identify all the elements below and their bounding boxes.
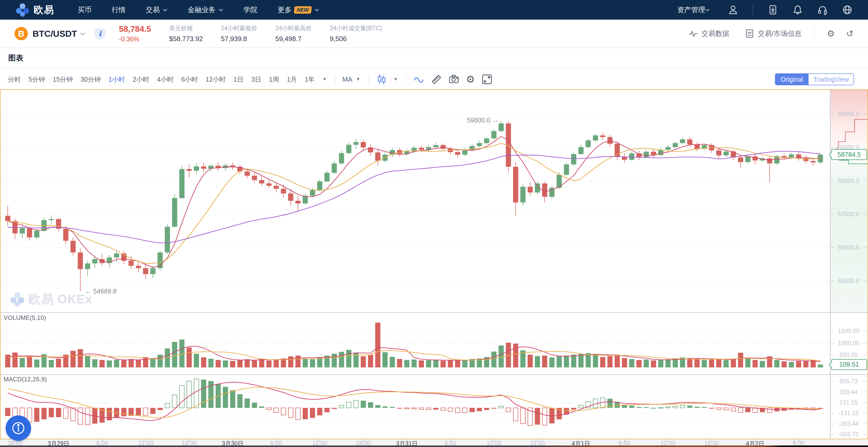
stat-value: 59,498.7 (275, 35, 312, 43)
ma-caret[interactable]: ▼ (356, 77, 360, 82)
nav-item[interactable]: 更多NEW (278, 5, 319, 14)
timeframe-30分钟[interactable]: 30分钟 (81, 75, 101, 84)
timeframe-1小时[interactable]: 1小时 (108, 75, 125, 84)
candlestick-chart-canvas[interactable] (1, 90, 867, 439)
page-title: 图表 (8, 53, 23, 63)
nav-item-label: 买币 (78, 5, 92, 14)
expand-icon[interactable] (482, 74, 492, 85)
bell-icon[interactable] (793, 5, 803, 15)
timeframe-分时[interactable]: 分时 (8, 75, 21, 84)
chart-toolbar: 分时5分钟15分钟30分钟1小时2小时4小时6小时12小时1日3日1周1月1年 … (0, 69, 868, 89)
candlestick-icon[interactable] (376, 74, 387, 85)
timeframe-1日[interactable]: 1日 (234, 75, 244, 84)
ticker-stat: 24小时成交量(BTC)9,506 (330, 24, 382, 43)
stat-value: 57,939.8 (221, 35, 257, 43)
gear-icon[interactable]: ⚙ (827, 28, 835, 39)
time-axis[interactable]: 18:003月29日6:0012:0018:003月30日6:0012:0018… (0, 439, 868, 445)
price-block: 58,784.5 -0.36% (119, 24, 151, 43)
stat-value: $58,773.92 (169, 35, 203, 43)
last-price: 58,784.5 (119, 24, 151, 34)
nav-right: 资产管理 (677, 4, 852, 15)
divider (406, 75, 407, 83)
stat-label: 24小时最低价 (221, 24, 257, 32)
camera-icon[interactable] (448, 74, 459, 85)
price-change: -0.36% (119, 35, 151, 43)
ticker-stat: 24小时最低价57,939.8 (221, 24, 257, 43)
toggle-tradingview[interactable]: TradingView (809, 73, 854, 85)
info-icon[interactable]: i (94, 28, 106, 39)
nav-item-label: 金融业务 (188, 5, 216, 14)
chevron-down-icon (315, 8, 319, 11)
chart-type-caret[interactable]: ▼ (394, 77, 398, 82)
top-nav: 欧易 买币行情交易金融业务学院更多NEW 资产管理 (0, 0, 868, 20)
globe-icon[interactable] (842, 5, 852, 15)
nav-item[interactable]: 行情 (112, 5, 126, 14)
chart-widget: 60000.059000.058000.057000.056000.055000… (0, 89, 868, 439)
chevron-down-icon[interactable] (80, 32, 85, 35)
nav-item[interactable]: 金融业务 (188, 5, 223, 14)
timeframe-1月[interactable]: 1月 (287, 75, 297, 84)
wave-icon[interactable] (413, 74, 424, 85)
user-icon[interactable] (728, 5, 738, 15)
divider (335, 75, 336, 83)
nav-menu: 买币行情交易金融业务学院更多NEW (78, 5, 339, 14)
ticker-stats: 美元价格$58,773.9224小时最低价57,939.824小时最高价59,4… (169, 24, 400, 43)
ticker-stat: 24小时最高价59,498.7 (275, 24, 312, 43)
bottom-edge (0, 445, 868, 447)
ruler-icon[interactable] (431, 74, 442, 85)
chevron-down-icon (219, 8, 223, 11)
timeframe-6小时[interactable]: 6小时 (181, 75, 198, 84)
stat-label: 美元价格 (169, 24, 203, 32)
ticker-bar: B BTC/USDT i 58,784.5 -0.36% 美元价格$58,773… (0, 20, 868, 48)
pair-name[interactable]: BTC/USDT (33, 29, 77, 39)
info-circle-icon (10, 420, 26, 436)
trade-data-link[interactable]: 交易数据 (689, 29, 730, 38)
headset-icon[interactable] (817, 5, 828, 15)
timeframe-more-caret[interactable]: ▼ (322, 77, 327, 82)
ma-selector[interactable]: MA (342, 75, 352, 84)
timeframe-12小时[interactable]: 12小时 (206, 75, 226, 84)
market-info-label: 交易/市场信息 (758, 29, 802, 38)
timeframe-4小时[interactable]: 4小时 (157, 75, 174, 84)
btc-icon: B (14, 27, 28, 40)
timeframe-2小时[interactable]: 2小时 (133, 75, 149, 84)
timeframe-1年[interactable]: 1年 (305, 75, 315, 84)
chart-engine-toggle: Original TradingView (775, 73, 854, 85)
ticker-stat: 美元价格$58,773.92 (169, 24, 203, 43)
gear-icon[interactable]: ⚙ (466, 74, 475, 85)
nav-item[interactable]: 买币 (78, 5, 92, 14)
activity-icon (689, 29, 698, 38)
stat-value: 9,506 (330, 35, 382, 43)
nav-divider (753, 4, 753, 15)
divider (369, 75, 369, 83)
logo-text: 欧易 (34, 3, 54, 17)
timeframe-15分钟[interactable]: 15分钟 (53, 75, 73, 84)
nav-item[interactable]: 学院 (244, 5, 257, 14)
nav-item[interactable]: 交易 (146, 5, 167, 14)
nav-item-label: 更多 (278, 5, 291, 14)
trade-data-label: 交易数据 (702, 29, 730, 38)
stat-label: 24小时最高价 (275, 24, 312, 32)
divider (814, 28, 814, 39)
timeframe-5分钟[interactable]: 5分钟 (28, 75, 45, 84)
okex-logo-icon (16, 3, 29, 17)
assets-label: 资产管理 (677, 5, 705, 14)
timeframe-group: 分时5分钟15分钟30分钟1小时2小时4小时6小时12小时1日3日1周1月1年 (8, 75, 322, 84)
ticker-actions: 交易数据 交易/市场信息 ⚙ ↺ (673, 28, 854, 39)
market-info-link[interactable]: 交易/市场信息 (745, 29, 802, 38)
toggle-original[interactable]: Original (775, 73, 809, 85)
timeframe-3日[interactable]: 3日 (251, 75, 261, 84)
help-info-button[interactable] (6, 415, 31, 441)
section-header: 图表 (0, 48, 868, 69)
nav-item-label: 学院 (244, 5, 257, 14)
nav-item-label: 行情 (112, 5, 126, 14)
stat-label: 24小时成交量(BTC) (330, 24, 382, 32)
document-icon (745, 29, 754, 38)
nav-item-assets[interactable]: 资产管理 (677, 5, 710, 14)
timeframe-1周[interactable]: 1周 (269, 75, 279, 84)
new-badge: NEW (293, 6, 312, 14)
okex-logo[interactable]: 欧易 (16, 3, 54, 17)
download-icon[interactable] (768, 5, 778, 15)
undo-icon[interactable]: ↺ (846, 28, 854, 39)
nav-item-label: 交易 (146, 5, 160, 14)
